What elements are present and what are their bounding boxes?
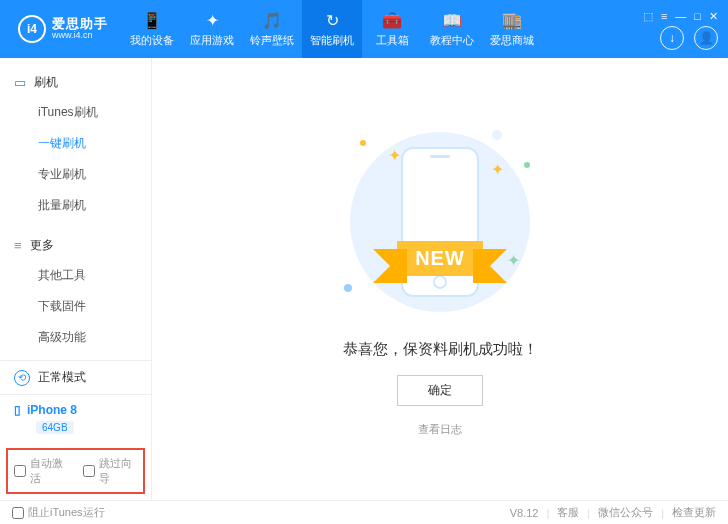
sidebar-item-download-firmware[interactable]: 下载固件 <box>0 291 151 322</box>
ok-button[interactable]: 确定 <box>397 375 483 406</box>
nav-toolbox[interactable]: 🧰工具箱 <box>362 0 422 58</box>
nav-my-device[interactable]: 📱我的设备 <box>122 0 182 58</box>
brand-site: www.i4.cn <box>52 31 108 41</box>
toolbox-icon: 🧰 <box>382 11 402 30</box>
success-message: 恭喜您，保资料刷机成功啦！ <box>343 340 538 359</box>
device-icon: ▭ <box>14 75 26 90</box>
brand-logo: i4 爱思助手 www.i4.cn <box>0 15 122 43</box>
activation-options: 自动激活 跳过向导 <box>6 448 145 494</box>
sidebar-group-more: ≡ 更多 <box>0 231 151 260</box>
apps-icon: ✦ <box>206 11 219 30</box>
download-button[interactable]: ↓ <box>660 26 684 50</box>
sidebar-item-pro-flash[interactable]: 专业刷机 <box>0 159 151 190</box>
sidebar-item-other-tools[interactable]: 其他工具 <box>0 260 151 291</box>
title-bar: i4 爱思助手 www.i4.cn 📱我的设备 ✦应用游戏 🎵铃声壁纸 ↻智能刷… <box>0 0 728 58</box>
nav-ringtones[interactable]: 🎵铃声壁纸 <box>242 0 302 58</box>
version-label: V8.12 <box>510 507 539 519</box>
brand-name: 爱思助手 <box>52 17 108 31</box>
book-icon: 📖 <box>442 11 462 30</box>
nav-store[interactable]: 🏬爱思商城 <box>482 0 542 58</box>
skip-wizard-checkbox[interactable]: 跳过向导 <box>83 456 138 486</box>
main-content: ✦ ✦ ✦ NEW 恭喜您，保资料刷机成功啦！ 确定 查看日志 <box>152 58 728 500</box>
store-icon: 🏬 <box>502 11 522 30</box>
support-link[interactable]: 客服 <box>557 505 579 520</box>
check-update-link[interactable]: 检查更新 <box>672 505 716 520</box>
sidebar-item-itunes-flash[interactable]: iTunes刷机 <box>0 97 151 128</box>
user-button[interactable]: 👤 <box>694 26 718 50</box>
music-icon: 🎵 <box>262 11 282 30</box>
block-itunes-checkbox[interactable]: 阻止iTunes运行 <box>12 505 105 520</box>
status-bar: 阻止iTunes运行 V8.12 | 客服 | 微信公众号 | 检查更新 <box>0 500 728 524</box>
view-log-link[interactable]: 查看日志 <box>418 422 462 437</box>
refresh-icon: ↻ <box>326 11 339 30</box>
nav-apps[interactable]: ✦应用游戏 <box>182 0 242 58</box>
sidebar-item-oneclick-flash[interactable]: 一键刷机 <box>0 128 151 159</box>
auto-activate-checkbox[interactable]: 自动激活 <box>14 456 69 486</box>
new-ribbon: NEW <box>397 241 483 276</box>
refresh-icon: ⟲ <box>14 370 30 386</box>
phone-icon: 📱 <box>142 11 162 30</box>
device-mode[interactable]: ⟲ 正常模式 <box>0 361 151 395</box>
sidebar: ▭ 刷机 iTunes刷机 一键刷机 专业刷机 批量刷机 ≡ 更多 其他工具 下… <box>0 58 152 500</box>
storage-badge: 64GB <box>36 421 74 434</box>
skin-icon[interactable]: ⬚ <box>643 10 653 23</box>
device-info[interactable]: ▯iPhone 8 64GB <box>0 395 151 442</box>
sidebar-item-batch-flash[interactable]: 批量刷机 <box>0 190 151 221</box>
top-nav: 📱我的设备 ✦应用游戏 🎵铃声壁纸 ↻智能刷机 🧰工具箱 📖教程中心 🏬爱思商城 <box>122 0 542 58</box>
menu-icon[interactable]: ≡ <box>661 10 667 23</box>
phone-icon: ▯ <box>14 403 21 417</box>
window-controls: ⬚ ≡ — □ ✕ <box>643 4 728 23</box>
nav-tutorials[interactable]: 📖教程中心 <box>422 0 482 58</box>
success-illustration: ✦ ✦ ✦ NEW <box>330 122 550 322</box>
close-icon[interactable]: ✕ <box>709 10 718 23</box>
maximize-icon[interactable]: □ <box>694 10 701 23</box>
logo-icon: i4 <box>18 15 46 43</box>
wechat-link[interactable]: 微信公众号 <box>598 505 653 520</box>
minimize-icon[interactable]: — <box>675 10 686 23</box>
nav-flash[interactable]: ↻智能刷机 <box>302 0 362 58</box>
sidebar-group-flash: ▭ 刷机 <box>0 68 151 97</box>
sidebar-item-advanced[interactable]: 高级功能 <box>0 322 151 353</box>
list-icon: ≡ <box>14 238 22 253</box>
